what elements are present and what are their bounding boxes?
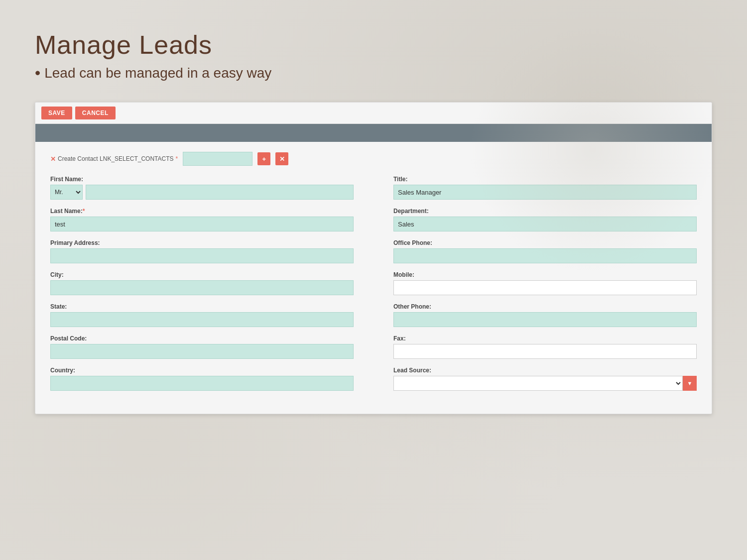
right-column: Title: Department: Office Phone: Mobile:	[393, 176, 697, 399]
contact-link-row: ✕ Create Contact LNK_SELECT_CONTACTS * +…	[50, 152, 697, 166]
department-group: Department:	[393, 208, 697, 231]
primary-address-group: Primary Address:	[50, 239, 354, 263]
contact-clear-button[interactable]: ✕	[275, 152, 288, 165]
postal-code-group: Postal Code:	[50, 335, 354, 359]
office-phone-label: Office Phone:	[393, 239, 697, 246]
mobile-label: Mobile:	[393, 271, 697, 278]
title-label: Title:	[393, 176, 697, 183]
country-label: Country:	[50, 367, 354, 374]
lead-source-select[interactable]: Cold Call Web Site Word of mouth Employe…	[393, 376, 683, 391]
form-container: SAVE CANCEL ✕ Create Contact LNK_SELECT_…	[35, 102, 712, 414]
title-group: Title:	[393, 176, 697, 200]
last-name-label: Last Name:*	[50, 208, 354, 215]
fax-input[interactable]	[393, 344, 697, 359]
subtitle-text: Lead can be managed in a easy way	[44, 65, 271, 81]
other-phone-group: Other Phone:	[393, 303, 697, 327]
contact-asterisk: *	[176, 155, 178, 162]
salutation-select[interactable]: Mr. Ms. Mrs. Dr. Prof.	[50, 185, 83, 200]
bullet-point: •	[35, 64, 40, 82]
postal-code-input[interactable]	[50, 344, 354, 359]
save-button[interactable]: SAVE	[41, 107, 72, 119]
form-header-bar	[35, 124, 712, 142]
contact-x-icon: ✕	[50, 155, 56, 163]
lead-source-row: Cold Call Web Site Word of mouth Employe…	[393, 376, 697, 391]
toolbar: SAVE CANCEL	[35, 103, 712, 124]
left-column: First Name: Mr. Ms. Mrs. Dr. Prof.	[50, 176, 354, 399]
mobile-input[interactable]	[393, 280, 697, 295]
country-input[interactable]	[50, 376, 354, 391]
city-input[interactable]	[50, 280, 354, 295]
first-name-group: First Name: Mr. Ms. Mrs. Dr. Prof.	[50, 176, 354, 200]
cancel-button[interactable]: CANCEL	[75, 107, 116, 119]
state-group: State:	[50, 303, 354, 327]
lead-source-label: Lead Source:	[393, 367, 697, 374]
state-label: State:	[50, 303, 354, 310]
firstname-row: Mr. Ms. Mrs. Dr. Prof.	[50, 185, 354, 200]
fax-label: Fax:	[393, 335, 697, 342]
city-label: City:	[50, 271, 354, 278]
office-phone-group: Office Phone:	[393, 239, 697, 263]
page-subtitle: • Lead can be managed in a easy way	[35, 64, 712, 82]
page-title: Manage Leads	[35, 30, 712, 60]
office-phone-input[interactable]	[393, 248, 697, 263]
last-name-group: Last Name:*	[50, 208, 354, 231]
mobile-group: Mobile:	[393, 271, 697, 295]
city-group: City:	[50, 271, 354, 295]
page-wrapper: Manage Leads • Lead can be managed in a …	[0, 0, 747, 434]
title-input[interactable]	[393, 185, 697, 200]
contact-plus-button[interactable]: +	[257, 152, 270, 165]
first-name-input[interactable]	[86, 185, 354, 200]
first-name-label: First Name:	[50, 176, 354, 183]
postal-code-label: Postal Code:	[50, 335, 354, 342]
primary-address-label: Primary Address:	[50, 239, 354, 246]
department-label: Department:	[393, 208, 697, 215]
state-input[interactable]	[50, 312, 354, 327]
form-body: ✕ Create Contact LNK_SELECT_CONTACTS * +…	[35, 142, 712, 414]
fax-group: Fax:	[393, 335, 697, 359]
contact-link-label: ✕ Create Contact LNK_SELECT_CONTACTS *	[50, 155, 178, 163]
form-columns: First Name: Mr. Ms. Mrs. Dr. Prof.	[50, 176, 697, 399]
department-input[interactable]	[393, 217, 697, 231]
lead-source-dropdown-arrow[interactable]: ▼	[683, 376, 697, 391]
last-name-input[interactable]	[50, 217, 354, 231]
contact-link-text: Create Contact LNK_SELECT_CONTACTS	[58, 155, 174, 162]
country-group: Country:	[50, 367, 354, 391]
lead-source-group: Lead Source: Cold Call Web Site Word of …	[393, 367, 697, 391]
primary-address-input[interactable]	[50, 248, 354, 263]
other-phone-label: Other Phone:	[393, 303, 697, 310]
other-phone-input[interactable]	[393, 312, 697, 327]
contact-link-input[interactable]	[183, 152, 252, 166]
